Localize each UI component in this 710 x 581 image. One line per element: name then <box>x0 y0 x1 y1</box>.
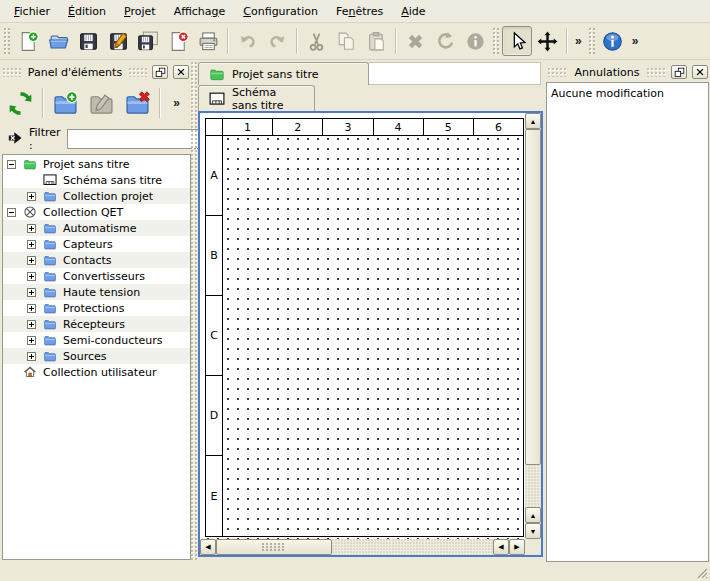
tree-item-capteurs[interactable]: Capteurs <box>3 236 190 252</box>
elements-panel-toolbar: » <box>2 82 190 124</box>
close-panel-button[interactable] <box>173 65 189 79</box>
undo-button[interactable] <box>232 26 262 56</box>
tree-item-protections[interactable]: Protections <box>3 300 190 316</box>
resize-grip-icon[interactable] <box>695 566 708 579</box>
info-toolbar-overflow[interactable]: » <box>628 34 643 48</box>
select-mode-button[interactable] <box>502 26 532 56</box>
pan-mode-button[interactable] <box>532 26 562 56</box>
close-file-button[interactable] <box>163 26 193 56</box>
mode-toolbar-overflow[interactable]: » <box>571 34 586 48</box>
tree-item-haute-tension[interactable]: Haute tension <box>3 284 190 300</box>
save-as-button[interactable] <box>103 26 133 56</box>
redo-button[interactable] <box>262 26 292 56</box>
info-gray-icon <box>464 30 487 53</box>
tree-item-automatisme[interactable]: Automatisme <box>3 220 190 236</box>
tree-item-collection-projet[interactable]: Collection projet <box>3 188 190 204</box>
scroll-left-button[interactable] <box>200 539 216 555</box>
toolbar-drag-handle[interactable] <box>4 28 10 54</box>
tree-item-semi-conducteurs[interactable]: Semi-conducteurs <box>3 332 190 348</box>
expand-icon[interactable] <box>27 240 36 249</box>
reload-collections-button[interactable] <box>2 85 38 121</box>
tree-item-sources[interactable]: Sources <box>3 348 190 364</box>
copy-icon <box>335 30 358 53</box>
tree-item-contacts[interactable]: Contacts <box>3 252 190 268</box>
tree-item-label: Collection QET <box>43 206 123 219</box>
delete-category-button[interactable] <box>119 85 155 121</box>
menu-aide[interactable]: Aide <box>392 1 434 22</box>
new-category-button[interactable] <box>47 85 83 121</box>
expand-icon[interactable] <box>27 272 36 281</box>
cross-icon <box>404 30 427 53</box>
tree-item-collection-qet[interactable]: Collection QET <box>3 204 190 220</box>
tree-item-label: Récepteurs <box>63 318 125 331</box>
menu-fichier[interactable]: Fichier <box>5 1 59 22</box>
tab-schema-sans-titre[interactable]: Schéma sans titre <box>198 85 315 111</box>
copy-button[interactable] <box>331 26 361 56</box>
tree-item-collection-utilisateur[interactable]: Collection utilisateur <box>3 364 190 380</box>
expand-icon[interactable] <box>27 256 36 265</box>
folder-icon <box>43 285 57 299</box>
scroll-left-button[interactable] <box>493 539 509 555</box>
close-panel-button[interactable] <box>692 65 708 79</box>
save-button[interactable] <box>73 26 103 56</box>
toolbar-drag-handle[interactable] <box>493 28 499 54</box>
menu-projet[interactable]: Projet <box>115 1 165 22</box>
float-panel-button[interactable] <box>152 65 168 79</box>
elements-panel-titlebar: Panel d'éléments <box>3 64 189 80</box>
horizontal-scrollbar-thumb[interactable] <box>216 539 332 555</box>
menu-edition[interactable]: Édition <box>59 1 115 22</box>
toolbar-separator <box>159 88 160 118</box>
column-header: 2 <box>273 119 323 135</box>
toolbar-drag-handle[interactable] <box>589 28 595 54</box>
folder-delete-icon <box>124 90 151 117</box>
print-button[interactable] <box>193 26 223 56</box>
printer-icon <box>197 30 220 53</box>
expand-icon[interactable] <box>27 320 36 329</box>
collapse-icon[interactable] <box>7 208 16 217</box>
element-infos-button[interactable] <box>460 26 490 56</box>
dock-splitter[interactable] <box>191 62 197 560</box>
edit-category-button[interactable] <box>83 85 119 121</box>
scroll-down-button[interactable] <box>525 523 541 539</box>
about-button[interactable] <box>598 26 628 56</box>
main-toolbar: »» <box>0 23 710 60</box>
scroll-up-button[interactable] <box>525 507 541 523</box>
diagram-view[interactable]: 123456 ABCDE <box>198 111 543 557</box>
vertical-scrollbar-thumb[interactable] <box>525 129 541 465</box>
tree-item-schema-sans-titre[interactable]: Schéma sans titre <box>3 172 190 188</box>
elements-toolbar-overflow[interactable]: » <box>169 96 184 110</box>
expand-icon[interactable] <box>27 224 36 233</box>
thumb-grip <box>262 543 286 552</box>
menu-affichage[interactable]: Affichage <box>165 1 235 22</box>
expand-icon[interactable] <box>27 192 36 201</box>
scroll-up-button[interactable] <box>525 113 541 129</box>
tree-item-recepteurs[interactable]: Récepteurs <box>3 316 190 332</box>
new-document-button[interactable] <box>13 26 43 56</box>
menu-fenetres[interactable]: Fenêtres <box>327 1 392 22</box>
delete-selection-button[interactable] <box>400 26 430 56</box>
clear-filter-button[interactable] <box>7 130 23 149</box>
tree-item-label: Contacts <box>63 254 112 267</box>
tab-projet-sans-titre[interactable]: Projet sans titre <box>198 62 369 85</box>
scissors-icon <box>305 30 328 53</box>
tree-item-convertisseurs[interactable]: Convertisseurs <box>3 268 190 284</box>
menu-configuration[interactable]: Configuration <box>234 1 327 22</box>
expand-icon[interactable] <box>27 336 36 345</box>
qet-icon <box>23 205 37 219</box>
rotate-selection-button[interactable] <box>430 26 460 56</box>
open-project-button[interactable] <box>43 26 73 56</box>
paste-button[interactable] <box>361 26 391 56</box>
cut-button[interactable] <box>301 26 331 56</box>
vertical-scrollbar[interactable] <box>525 113 541 539</box>
expand-icon[interactable] <box>27 288 36 297</box>
tree-item-projet-sans-titre[interactable]: Projet sans titre <box>3 156 190 172</box>
float-panel-button[interactable] <box>671 65 687 79</box>
expand-icon[interactable] <box>27 304 36 313</box>
save-all-button[interactable] <box>133 26 163 56</box>
scroll-right-button[interactable] <box>509 539 525 555</box>
collapse-icon[interactable] <box>7 160 16 169</box>
diagram-canvas[interactable]: 123456 ABCDE <box>200 113 525 539</box>
float-icon <box>674 67 685 78</box>
expand-icon[interactable] <box>27 352 36 361</box>
horizontal-scrollbar[interactable] <box>200 539 525 555</box>
